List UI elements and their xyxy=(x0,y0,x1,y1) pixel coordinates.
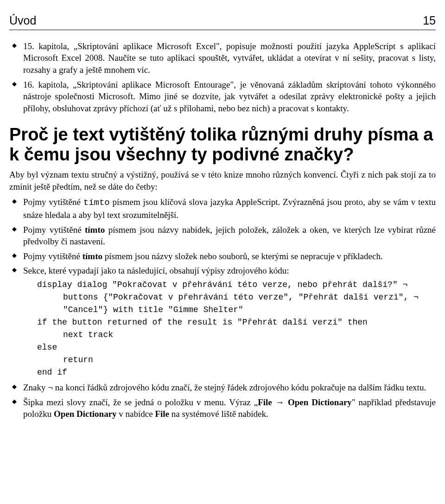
bold-text: Open Dictionary xyxy=(288,397,352,407)
code-line: buttons {"Pokračovat v přehrávání této v… xyxy=(37,291,436,304)
bold-text: Open Dictionary xyxy=(54,409,117,419)
bold-text: tímto xyxy=(85,225,105,235)
text: písmem jsou názvy složek nebo souborů, s… xyxy=(102,251,383,261)
code-line: next track xyxy=(37,329,436,341)
conventions-bullet-list: Pojmy vytištěné tímto písmem jsou klíčov… xyxy=(9,196,436,420)
list-item: Pojmy vytištěné tímto písmem jsou názvy … xyxy=(9,250,436,262)
code-line: if the button returned of the result is … xyxy=(37,318,368,327)
intro-paragraph: Aby byl význam textu stručný a výstižný,… xyxy=(9,169,436,192)
list-item: Znaky ¬ na konci řádků zdrojového kódu z… xyxy=(9,382,436,394)
code-line: "Cancel"} with title "Gimme Shelter" xyxy=(37,304,436,316)
text: Sekce, které vypadají jako ta následujíc… xyxy=(23,266,289,275)
text: Pojmy vytištěné xyxy=(23,225,85,235)
list-item: Pojmy vytištěné tímto písmem jsou klíčov… xyxy=(9,196,436,221)
text: na systémové liště nabídek. xyxy=(169,409,268,419)
text: Pojmy vytištěné xyxy=(23,197,83,207)
text: Šipka mezi slovy značí, že se jedná o po… xyxy=(23,397,258,407)
arrow-icon: → xyxy=(272,397,288,407)
header: Úvod 15 xyxy=(9,13,436,30)
header-title: Úvod xyxy=(9,13,36,29)
header-page: 15 xyxy=(423,13,436,29)
code-block: display dialog "Pokračovat v přehrávání … xyxy=(37,279,436,379)
list-item: Pojmy vytištěné tímto písmem jsou názvy … xyxy=(9,224,436,248)
text: Pojmy vytištěné xyxy=(23,251,83,261)
monospace-text: tímto xyxy=(83,198,110,208)
code-line: display dialog "Pokračovat v přehrávání … xyxy=(37,280,407,289)
list-item: 15. kapitola, „Skriptování aplikace Micr… xyxy=(9,40,436,76)
code-line: else xyxy=(37,343,57,352)
list-item: 16. kapitola, „Skriptování aplikace Micr… xyxy=(9,79,436,115)
code-line: return xyxy=(37,354,436,366)
code-line: end if xyxy=(37,368,67,377)
bold-text: File xyxy=(155,409,169,419)
list-item: Šipka mezi slovy značí, že se jedná o po… xyxy=(9,396,436,420)
list-item: Sekce, které vypadají jako ta následujíc… xyxy=(9,265,436,379)
bold-text: tímto xyxy=(83,251,102,261)
text: v nabídce xyxy=(117,409,155,419)
bold-text: File xyxy=(258,397,272,407)
top-bullet-list: 15. kapitola, „Skriptování aplikace Micr… xyxy=(9,40,436,115)
section-heading: Proč je text vytištěný tolika různými dr… xyxy=(9,125,436,165)
